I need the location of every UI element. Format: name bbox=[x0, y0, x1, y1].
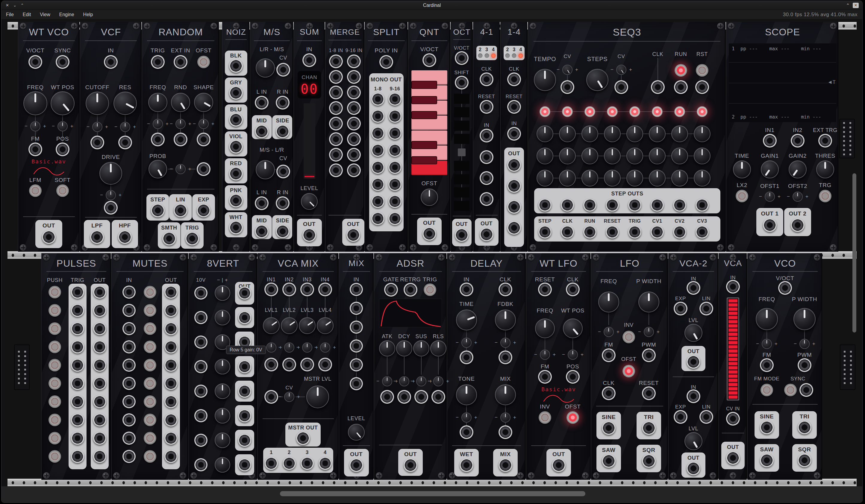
scope-port-jack[interactable] bbox=[791, 218, 805, 232]
vca-mix-port-jack[interactable] bbox=[301, 457, 314, 470]
oct-octave-step[interactable] bbox=[454, 94, 470, 104]
seq3-knob[interactable] bbox=[581, 126, 598, 142]
8vert-knob[interactable] bbox=[215, 383, 230, 399]
lfo-knob[interactable] bbox=[598, 292, 619, 313]
vco-button[interactable] bbox=[784, 384, 797, 396]
lfo-port-jack[interactable] bbox=[642, 421, 656, 435]
seq3-port-jack[interactable] bbox=[614, 80, 628, 94]
adsr-trimpot[interactable] bbox=[382, 376, 392, 386]
noiz-port-jack[interactable] bbox=[229, 167, 243, 180]
pulses-port-jack[interactable] bbox=[71, 285, 84, 299]
ms-port-jack[interactable] bbox=[276, 125, 289, 138]
seq3-knob[interactable] bbox=[649, 170, 666, 186]
split-port-jack[interactable] bbox=[388, 161, 402, 174]
delay-port-jack[interactable] bbox=[498, 458, 512, 472]
wt-vco-port-jack[interactable] bbox=[28, 142, 42, 156]
split-port-jack[interactable] bbox=[388, 144, 402, 157]
wt-vco-trimpot[interactable] bbox=[57, 121, 68, 131]
menu-engine[interactable]: Engine bbox=[55, 12, 79, 17]
seq3-port-jack[interactable] bbox=[561, 80, 574, 94]
mutes-port-jack[interactable] bbox=[164, 304, 177, 317]
8vert-port-jack[interactable] bbox=[238, 286, 251, 300]
seq3-knob[interactable] bbox=[586, 69, 608, 91]
seq3-gate-led[interactable] bbox=[652, 106, 662, 117]
vca-mix-port-jack[interactable] bbox=[300, 358, 314, 372]
seq3-knob[interactable] bbox=[694, 170, 711, 186]
seq3-trimpot[interactable] bbox=[616, 65, 626, 75]
lfo-port-jack[interactable] bbox=[602, 348, 615, 362]
scope-port-jack[interactable] bbox=[791, 134, 805, 148]
mutes-button[interactable] bbox=[144, 322, 156, 335]
mutes-port-jack[interactable] bbox=[164, 285, 177, 299]
seq3-knob[interactable] bbox=[537, 148, 553, 164]
qnt-key-black[interactable] bbox=[412, 111, 437, 119]
vco-knob[interactable] bbox=[794, 308, 816, 330]
scope-knob[interactable] bbox=[733, 161, 751, 178]
oct-port-jack[interactable] bbox=[455, 51, 469, 65]
vca-2-knob[interactable] bbox=[684, 324, 702, 342]
pulses-button[interactable] bbox=[48, 414, 61, 426]
split-port-jack[interactable] bbox=[371, 178, 384, 191]
scope-knob[interactable] bbox=[816, 161, 834, 178]
mutes-port-jack[interactable] bbox=[164, 432, 177, 445]
ms-port-jack[interactable] bbox=[255, 224, 268, 238]
seq3-gate-led[interactable] bbox=[697, 106, 707, 117]
seq3-port-jack[interactable] bbox=[673, 225, 686, 238]
random-port-jack[interactable] bbox=[197, 132, 210, 146]
menu-file[interactable]: File bbox=[1, 12, 18, 17]
menu-edit[interactable]: Edit bbox=[18, 12, 36, 17]
vcf-port-jack[interactable] bbox=[90, 230, 104, 244]
split-port-jack[interactable] bbox=[371, 212, 384, 225]
qnt-key-black[interactable] bbox=[412, 96, 437, 104]
mutes-port-jack[interactable] bbox=[164, 450, 177, 463]
noiz-port-jack[interactable] bbox=[229, 113, 243, 127]
seq3-port-jack[interactable] bbox=[651, 80, 665, 94]
qnt-port-jack[interactable] bbox=[423, 227, 436, 241]
merge-port-jack[interactable] bbox=[329, 117, 343, 130]
mutes-port-jack[interactable] bbox=[123, 432, 136, 445]
adsr-port-jack[interactable] bbox=[431, 390, 445, 404]
seq3-gate-led[interactable] bbox=[562, 106, 573, 117]
pulses-port-jack[interactable] bbox=[93, 450, 106, 463]
random-port-jack[interactable] bbox=[174, 203, 187, 217]
selector-led[interactable] bbox=[491, 54, 496, 58]
vca-port-jack[interactable] bbox=[726, 451, 740, 465]
vco-port-jack[interactable] bbox=[760, 358, 774, 372]
random-trimpot[interactable] bbox=[175, 164, 186, 174]
merge-port-jack[interactable] bbox=[329, 163, 343, 177]
vca-mix-port-jack[interactable] bbox=[318, 358, 332, 372]
adsr-port-jack[interactable] bbox=[404, 458, 417, 472]
adsr-port-jack[interactable] bbox=[380, 390, 394, 404]
vca-2-port-jack[interactable] bbox=[687, 281, 700, 295]
split-port-jack[interactable] bbox=[388, 212, 402, 225]
8vert-port-jack[interactable] bbox=[194, 336, 207, 349]
ms-port-jack[interactable] bbox=[255, 125, 268, 138]
pulses-port-jack[interactable] bbox=[93, 432, 106, 445]
merge-port-jack[interactable] bbox=[329, 70, 343, 84]
lfo-port-jack[interactable] bbox=[642, 386, 656, 400]
wt-lfo-port-jack[interactable] bbox=[566, 282, 580, 296]
vco-port-jack[interactable] bbox=[798, 454, 811, 467]
split-port-jack[interactable] bbox=[388, 93, 402, 106]
seq3-knob[interactable] bbox=[604, 126, 621, 142]
trigger-marker-icon[interactable]: ◄T bbox=[828, 79, 836, 85]
vco-port-jack[interactable] bbox=[799, 383, 813, 397]
adsr-port-jack[interactable] bbox=[397, 390, 411, 404]
seq3-gate-led[interactable] bbox=[540, 106, 550, 117]
scope-port-jack[interactable] bbox=[763, 218, 777, 232]
seq3-knob[interactable] bbox=[559, 170, 576, 186]
pulses-port-jack[interactable] bbox=[71, 395, 84, 408]
split-port-jack[interactable] bbox=[371, 161, 384, 174]
seq3-port-jack[interactable] bbox=[673, 198, 686, 212]
8vert-knob[interactable] bbox=[215, 408, 230, 423]
ms-port-jack[interactable] bbox=[276, 165, 290, 178]
selector-led[interactable] bbox=[512, 54, 517, 58]
delay-knob[interactable] bbox=[456, 384, 477, 405]
split-port-jack[interactable] bbox=[379, 55, 393, 69]
split-port-jack[interactable] bbox=[388, 109, 402, 123]
wt-vco-port-jack[interactable] bbox=[56, 55, 69, 69]
wt-lfo-trimpot[interactable] bbox=[540, 350, 550, 360]
merge-port-jack[interactable] bbox=[347, 55, 361, 68]
4-1-port-jack[interactable] bbox=[480, 171, 494, 185]
vca-2-port-jack[interactable] bbox=[687, 355, 700, 369]
